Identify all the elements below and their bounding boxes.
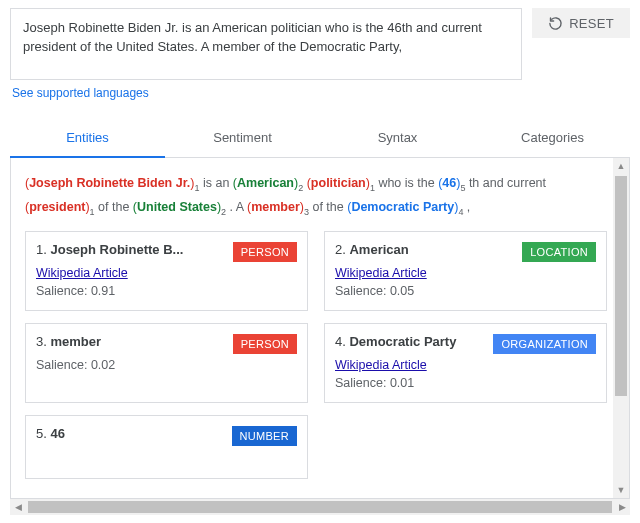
entity-token: (46)5 xyxy=(438,176,465,190)
wikipedia-link[interactable]: Wikipedia Article xyxy=(335,358,427,372)
entity-token: (Joseph Robinette Biden Jr.)1 xyxy=(25,176,200,190)
entity-card: 3. memberPERSONSalience: 0.02 xyxy=(25,323,308,403)
entity-card: 1. Joseph Robinette B...PERSONWikipedia … xyxy=(25,231,308,311)
entity-title: 4. Democratic Party xyxy=(335,334,487,349)
wikipedia-link[interactable]: Wikipedia Article xyxy=(36,266,128,280)
entity-card: 5. 46NUMBER xyxy=(25,415,308,479)
entity-cards: 1. Joseph Robinette B...PERSONWikipedia … xyxy=(25,231,607,479)
tab-entities[interactable]: Entities xyxy=(10,118,165,157)
reset-icon xyxy=(548,16,563,31)
entity-type-badge: LOCATION xyxy=(522,242,596,262)
entity-card: 4. Democratic PartyORGANIZATIONWikipedia… xyxy=(324,323,607,403)
entity-token: (member)3 xyxy=(247,200,309,214)
supported-languages-link[interactable]: See supported languages xyxy=(0,80,149,110)
salience-label: Salience: 0.01 xyxy=(335,376,596,390)
entity-token: (American)2 xyxy=(233,176,303,190)
scroll-left-icon[interactable]: ◀ xyxy=(10,499,26,515)
entity-type-badge: PERSON xyxy=(233,242,297,262)
annotated-text: (Joseph Robinette Biden Jr.)1 is an (Ame… xyxy=(25,172,607,219)
entity-card: 2. AmericanLOCATIONWikipedia ArticleSali… xyxy=(324,231,607,311)
scroll-right-icon[interactable]: ▶ xyxy=(614,499,630,515)
entities-panel: (Joseph Robinette Biden Jr.)1 is an (Ame… xyxy=(11,158,629,498)
entity-type-badge: PERSON xyxy=(233,334,297,354)
horizontal-scrollbar-thumb[interactable] xyxy=(28,501,612,513)
vertical-scrollbar-thumb[interactable] xyxy=(615,176,627,396)
tab-syntax[interactable]: Syntax xyxy=(320,118,475,157)
entity-token: (Democratic Party)4 xyxy=(347,200,463,214)
entity-title: 2. American xyxy=(335,242,516,257)
input-textarea[interactable] xyxy=(10,8,522,80)
entity-type-badge: ORGANIZATION xyxy=(493,334,596,354)
vertical-scrollbar[interactable]: ▲ ▼ xyxy=(613,158,629,498)
scroll-down-icon[interactable]: ▼ xyxy=(613,482,629,498)
tab-categories[interactable]: Categories xyxy=(475,118,630,157)
entity-title: 5. 46 xyxy=(36,426,226,441)
wikipedia-link[interactable]: Wikipedia Article xyxy=(335,266,427,280)
reset-button[interactable]: RESET xyxy=(532,8,630,38)
salience-label: Salience: 0.91 xyxy=(36,284,297,298)
salience-label: Salience: 0.05 xyxy=(335,284,596,298)
tabs: EntitiesSentimentSyntaxCategories xyxy=(10,118,630,158)
salience-label: Salience: 0.02 xyxy=(36,358,297,372)
entity-title: 1. Joseph Robinette B... xyxy=(36,242,227,257)
reset-label: RESET xyxy=(569,16,614,31)
entity-token: (politician)1 xyxy=(307,176,375,190)
entity-type-badge: NUMBER xyxy=(232,426,297,446)
horizontal-scrollbar[interactable]: ◀ ▶ xyxy=(10,499,630,515)
entity-title: 3. member xyxy=(36,334,227,349)
tab-sentiment[interactable]: Sentiment xyxy=(165,118,320,157)
entity-token: (president)1 xyxy=(25,200,95,214)
scroll-up-icon[interactable]: ▲ xyxy=(613,158,629,174)
entity-token: (United States)2 xyxy=(133,200,226,214)
